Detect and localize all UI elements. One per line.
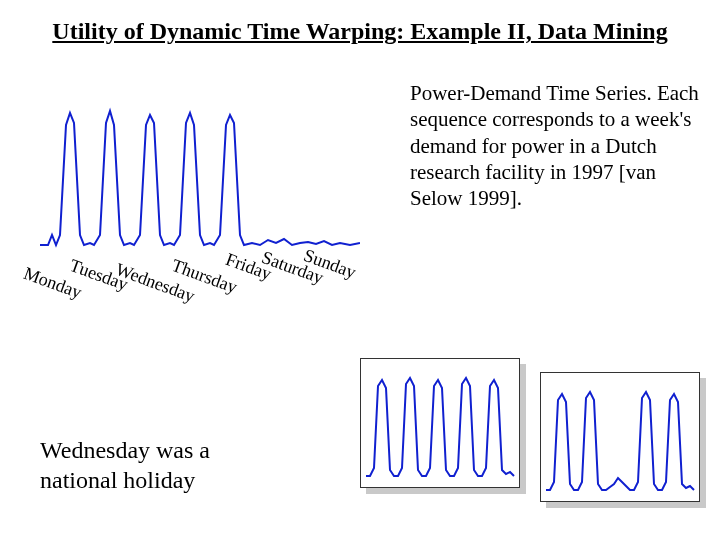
prototype-charts-group bbox=[360, 330, 710, 520]
footnote-text: Wednesday was a national holiday bbox=[40, 435, 210, 495]
footnote-line2: national holiday bbox=[40, 467, 195, 493]
holiday-week-chart bbox=[540, 372, 700, 502]
caption-text: Power-Demand Time Series. Each sequence … bbox=[410, 80, 700, 211]
normal-week-chart bbox=[360, 358, 520, 488]
slide: Utility of Dynamic Time Warping: Example… bbox=[0, 0, 720, 540]
weekly-demand-chart bbox=[40, 95, 360, 255]
footnote-line1: Wednesday was a bbox=[40, 437, 210, 463]
day-axis-labels: Monday Tuesday Wednesday Thursday Friday… bbox=[28, 245, 388, 335]
slide-title: Utility of Dynamic Time Warping: Example… bbox=[0, 18, 720, 45]
